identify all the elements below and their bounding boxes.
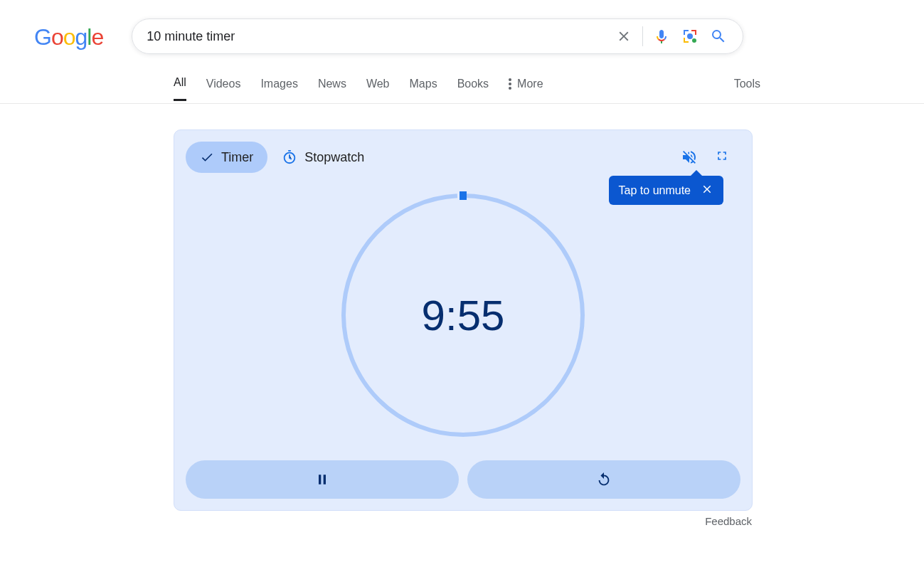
timer-mode-tab[interactable]: Timer [186, 142, 267, 173]
lens-search-icon[interactable] [676, 22, 704, 51]
stopwatch-icon [282, 149, 297, 165]
svg-rect-5 [684, 38, 685, 43]
tab-books[interactable]: Books [457, 78, 489, 100]
search-divider [642, 26, 643, 46]
tools-button[interactable]: Tools [734, 78, 760, 100]
tab-web[interactable]: Web [366, 78, 390, 100]
pause-icon [315, 472, 329, 487]
timer-body: 9:55 [186, 173, 740, 457]
tab-news[interactable]: News [318, 78, 346, 100]
svg-rect-3 [695, 30, 696, 35]
search-bar [132, 18, 743, 54]
time-display[interactable]: 9:55 [422, 291, 505, 340]
tab-videos[interactable]: Videos [206, 78, 241, 100]
search-icon[interactable] [704, 22, 733, 51]
tab-all[interactable]: All [174, 76, 186, 101]
progress-tick [460, 191, 467, 200]
reset-icon [596, 472, 612, 487]
clear-icon[interactable] [610, 22, 638, 51]
fullscreen-icon[interactable] [715, 149, 732, 166]
svg-point-6 [692, 38, 696, 43]
timer-circle[interactable]: 9:55 [341, 193, 585, 438]
svg-point-7 [687, 33, 693, 39]
svg-rect-1 [684, 30, 685, 35]
reset-button[interactable] [467, 460, 740, 499]
timer-controls [186, 460, 740, 499]
pause-button[interactable] [186, 460, 459, 499]
voice-search-icon[interactable] [647, 22, 676, 51]
tab-maps[interactable]: Maps [410, 78, 437, 100]
timer-widget: Timer Stopwatch Tap to unmute [174, 129, 753, 511]
more-dots-icon [509, 78, 511, 90]
tab-more[interactable]: More [509, 78, 543, 100]
tab-images[interactable]: Images [260, 78, 297, 100]
mute-icon[interactable] [681, 149, 698, 166]
feedback-link[interactable]: Feedback [0, 515, 752, 527]
search-tabs: All Videos Images News Web Maps Books Mo… [0, 54, 924, 104]
stopwatch-mode-tab[interactable]: Stopwatch [267, 142, 378, 173]
search-input[interactable] [147, 29, 610, 44]
timer-header: Timer Stopwatch Tap to unmute [186, 142, 740, 173]
timer-mode-label: Timer [221, 150, 253, 165]
stopwatch-mode-label: Stopwatch [304, 150, 364, 165]
check-icon [200, 150, 214, 164]
google-logo[interactable]: Google [34, 24, 103, 51]
tab-more-label: More [517, 78, 543, 90]
